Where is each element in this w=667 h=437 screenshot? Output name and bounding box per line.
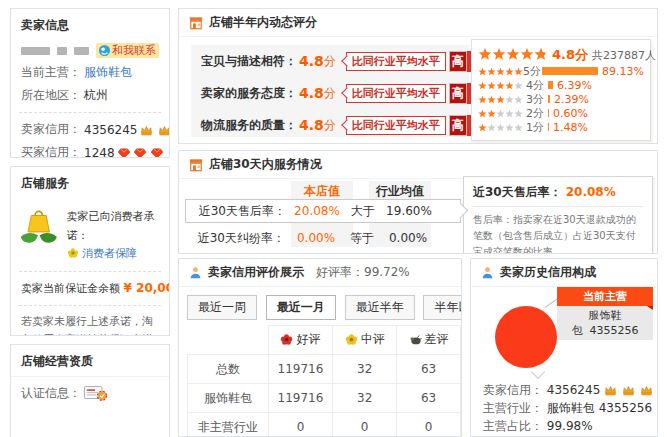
seller-info-title: 卖家信息 (11, 9, 169, 40)
rating-breakdown-row: 4分6.39% (478, 78, 644, 92)
overall-stars (478, 47, 548, 64)
compensation-note: 若卖家未履行上述承诺，淘宝使用卖家缴纳的保证金进行先行赔付。了解赔付流程 (11, 311, 169, 336)
contact-me-badge[interactable]: 和我联系 (96, 43, 159, 58)
tooltip-description: 售后率：指卖家在近30天退款成功的笔数（包含售后成立）占近30天支付宝成交笔数的… (473, 212, 643, 254)
deposit-amount: ¥ 20,000.00 (124, 281, 171, 295)
buyer-credit-row: 买家信用： 1248 (11, 141, 169, 158)
diamond-icon (134, 148, 146, 159)
tab-before-half-year[interactable]: 半年以前 (423, 295, 462, 320)
rating-breakdown-row: 5分89.13% (478, 64, 644, 78)
callout-title: 当前主营 (557, 287, 653, 306)
review-period-tabs: 最近一周 最近一月 最近半年 半年以前 (187, 295, 462, 320)
row-stars (478, 123, 526, 132)
good-review-icon (280, 333, 293, 346)
rating-summary-top: 4.8分 共237887人 (478, 46, 644, 64)
service-30day-box: 店铺30天内服务情况 本店值 行业均值 近30天售后率： 20.08% 大于 1… (178, 150, 658, 254)
dsr-title: 店铺半年内动态评分 (209, 14, 317, 31)
shop-icon (189, 158, 203, 172)
wangwang-icon (99, 45, 110, 56)
bag-in-hands-icon (19, 202, 59, 252)
industry-value-colhead: 行业均值 (369, 183, 431, 200)
row-bar (548, 81, 553, 89)
person-icon (189, 266, 202, 279)
main-category-row: 当前主营： 服饰鞋包 (11, 61, 169, 84)
masked-username (21, 47, 50, 55)
divider (19, 305, 161, 306)
row-percent: 6.39% (557, 79, 592, 92)
crown-icon (140, 125, 153, 136)
credit-history-rows: 卖家信用： 4356245 主营行业： 服饰鞋包 4355256 主营占比： 9… (483, 381, 654, 435)
crown-icon (640, 385, 653, 396)
reviews-header: 卖家信用评价展示 好评率：99.72% (179, 259, 461, 287)
qualification-title: 店铺经营资质 (11, 345, 169, 377)
credit-pie-chart (495, 306, 557, 368)
row-stars (478, 109, 526, 118)
row-bar (548, 109, 549, 117)
row-label: 2分 (526, 106, 548, 121)
crown-icon (622, 385, 635, 396)
row-bar (542, 67, 598, 75)
dispute-rate-row: 近30天纠纷率： 0.00% 等于 0.00% (185, 227, 459, 249)
service-30day-header: 店铺30天内服务情况 (179, 151, 657, 179)
certificate-icon[interactable] (84, 385, 108, 402)
row-label: 3分 (526, 92, 548, 107)
bad-review-icon (409, 333, 422, 346)
shop-service-panel: 店铺服务 卖家已向消费者承诺： 消费者保障 卖家当前保证金余额 ¥ 20,000… (10, 166, 170, 336)
pie-callout: 当前主营 服饰鞋包 4355256 (557, 287, 653, 340)
crown-icons (140, 123, 170, 137)
total-neutral-count[interactable]: 32 (333, 355, 397, 384)
row-stars (478, 95, 526, 104)
rating-breakdown-row: 1分1.48% (478, 120, 644, 134)
after-sale-rate-row: 近30天售后率： 20.08% 大于 19.60% (185, 199, 461, 223)
rating-breakdown: 5分89.13%4分6.39%3分2.39%2分0.60%1分1.48% (478, 64, 644, 134)
reviews-row-non-main: 非主营行业 0 0 0 (188, 413, 461, 437)
total-bad-count[interactable]: 63 (397, 355, 461, 384)
tab-last-month[interactable]: 最近一月 (266, 295, 336, 320)
row-percent: 0.60% (553, 107, 588, 120)
reviews-table: 好评 中评 差评 总数 119716 32 63 服饰鞋包 119716 32 … (187, 325, 461, 437)
industry-compare-tag: 比同行业平均水平 (346, 116, 446, 135)
seller-info-panel: 卖家信息 和我联系 当前主营： 服饰鞋包 所在地区： 杭州 卖家信用： 4356… (10, 8, 170, 158)
history-ratio-row: 主营占比： 99.98% (483, 417, 654, 435)
diamond-icons (118, 146, 165, 159)
reviews-row-main-category: 服饰鞋包 119716 32 63 (188, 384, 461, 413)
dsr-header: 店铺半年内动态评分 (179, 9, 657, 37)
guarantee-flower-icon (67, 247, 79, 259)
row-stars (478, 67, 523, 76)
person-icon (481, 266, 494, 279)
callout-body: 服饰鞋包 4355256 (557, 306, 653, 340)
service-30day-title: 店铺30天内服务情况 (209, 156, 322, 173)
seller-username-row: 和我联系 (11, 40, 169, 61)
divider (19, 271, 161, 272)
row-label: 5分 (523, 64, 542, 79)
dsr-rows-panel: 宝贝与描述相符： 4.8分 比同行业平均水平 高14.34% 卖家的服务态度： … (191, 45, 469, 137)
row-label: 4分 (526, 78, 548, 93)
industry-compare-tag: 比同行业平均水平 (346, 84, 446, 103)
tab-last-week[interactable]: 最近一周 (187, 295, 257, 320)
positive-rate-label: 好评率：99.72% (316, 264, 410, 281)
row-bar (548, 123, 549, 131)
promise-label: 卖家已向消费者承诺： (67, 208, 161, 245)
neutral-review-icon (345, 333, 358, 346)
consumer-promise-block: 卖家已向消费者承诺： 消费者保障 (11, 198, 169, 266)
row-percent: 2.39% (554, 93, 589, 106)
tab-last-half-year[interactable]: 最近半年 (345, 295, 415, 320)
credit-history-header: 卖家历史信用构成 (471, 259, 657, 287)
guarantee-row: 消费者保障 (67, 245, 161, 264)
divider (19, 112, 161, 113)
row-label: 1分 (526, 120, 548, 135)
rating-breakdown-row: 3分2.39% (478, 92, 644, 106)
history-credit-row: 卖家信用： 4356245 (483, 381, 654, 399)
crown-icons (604, 383, 654, 397)
credit-history-title: 卖家历史信用构成 (500, 264, 596, 281)
row-stars (478, 81, 526, 90)
seller-profile-page: 卖家信息 和我联系 当前主营： 服饰鞋包 所在地区： 杭州 卖家信用： 4356… (0, 0, 667, 437)
qualification-panel: 店铺经营资质 认证信息： (10, 344, 170, 437)
shop-service-title: 店铺服务 (11, 167, 169, 198)
main-category-link[interactable]: 服饰鞋包 (84, 64, 132, 81)
crown-icon (158, 125, 170, 136)
row-percent: 89.13% (602, 65, 644, 78)
diamond-icon (118, 148, 130, 159)
consumer-guarantee-link[interactable]: 消费者保障 (82, 247, 137, 260)
total-good-count[interactable]: 119716 (268, 355, 332, 384)
